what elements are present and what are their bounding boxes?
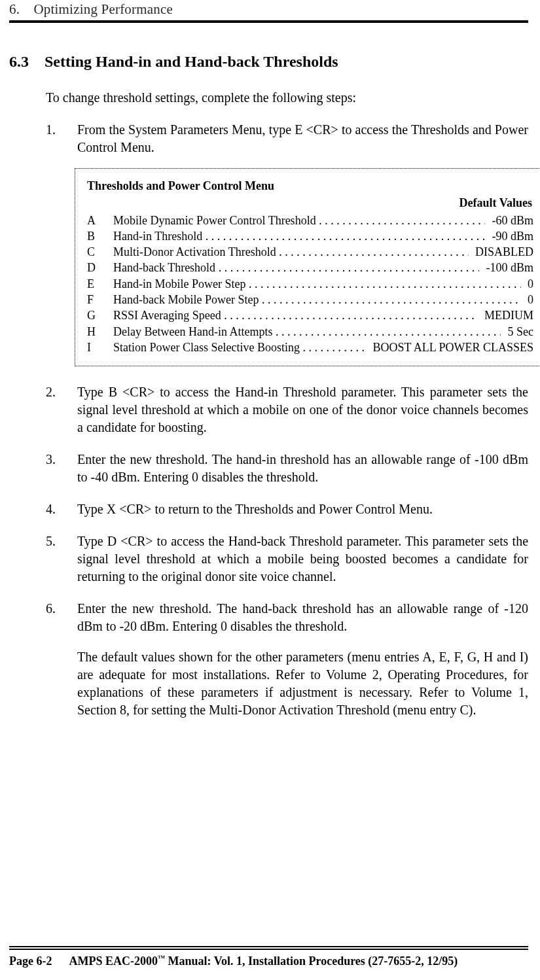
manual-info: Manual: Vol. 1, Installation Procedures … [165, 954, 458, 968]
menu-value: -90 dBm [485, 228, 533, 244]
menu-key: F [87, 292, 113, 307]
menu-row: FHand-back Mobile Power Step 0 [87, 292, 533, 307]
step-text: Enter the new threshold. The hand-back t… [77, 601, 528, 633]
steps-list: From the System Parameters Menu, type E … [46, 121, 528, 635]
dot-leader [219, 260, 479, 275]
trademark-symbol: ™ [158, 954, 165, 962]
command-text: D <CR> [107, 534, 153, 548]
footer-rule [9, 946, 528, 950]
dot-leader [319, 213, 485, 228]
step-4: Type X <CR> to return to the Thresholds … [46, 500, 528, 518]
dot-leader [262, 292, 521, 307]
menu-label: Hand-in Threshold [113, 228, 206, 244]
intro-text: To change threshold settings, complete t… [46, 89, 528, 107]
command-text: B <CR> [109, 385, 155, 399]
menu-key: A [87, 213, 113, 228]
dot-leader [224, 307, 477, 323]
dot-leader [206, 228, 485, 244]
menu-row: IStation Power Class Selective Boosting … [87, 340, 533, 355]
menu-value: -60 dBm [485, 213, 533, 228]
running-header: 6. Optimizing Performance [9, 1, 528, 18]
menu-label: Hand-in Mobile Power Step [113, 276, 249, 292]
chapter-number: 6. [9, 1, 30, 18]
step-1: From the System Parameters Menu, type E … [46, 121, 528, 366]
step-text: Type [77, 502, 107, 516]
menu-box: Thresholds and Power Control Menu Defaul… [75, 168, 540, 366]
section-heading: 6.3 Setting Hand-in and Hand-back Thresh… [9, 53, 528, 71]
menu-row: AMobile Dynamic Power Control Threshold … [87, 213, 533, 228]
menu-key: E [87, 276, 113, 292]
menu-label: Hand-back Threshold [113, 260, 219, 275]
step-text: Type [77, 534, 107, 548]
menu-key: H [87, 324, 113, 340]
manual-name: AMPS EAC-2000 [69, 954, 158, 968]
section-number: 6.3 [9, 53, 41, 71]
menu-row: HDelay Between Hand-in Attempts 5 Sec [87, 324, 533, 340]
step-2: Type B <CR> to access the Hand-in Thresh… [46, 383, 528, 436]
menu-key: B [87, 228, 113, 244]
step-5: Type D <CR> to access the Hand-back Thre… [46, 533, 528, 586]
menu-default-header: Default Values [87, 195, 533, 211]
dot-leader [279, 244, 468, 260]
page-number: Page 6-2 [9, 954, 52, 968]
step-text: to return to the Thresholds and Power Co… [151, 502, 433, 516]
menu-label: Station Power Class Selective Boosting [113, 340, 303, 355]
step-text: From the System Parameters Menu, type [77, 122, 295, 137]
page-footer: Page 6-2 AMPS EAC-2000™ Manual: Vol. 1, … [9, 946, 528, 968]
note-paragraph: The default values shown for the other p… [46, 648, 528, 719]
dot-leader [303, 340, 366, 355]
menu-key: D [87, 260, 113, 275]
step-3: Enter the new threshold. The hand-in thr… [46, 451, 528, 486]
menu-row: CMulti-Donor Activation Threshold DISABL… [87, 244, 533, 260]
step-text: Type [77, 385, 109, 399]
menu-key: G [87, 307, 113, 323]
command-text: E <CR> [295, 122, 338, 137]
menu-label: Delay Between Hand-in Attempts [113, 324, 276, 340]
menu-row: BHand-in Threshold -90 dBm [87, 228, 533, 244]
menu-row: EHand-in Mobile Power Step 0 [87, 276, 533, 292]
menu-label: Hand-back Mobile Power Step [113, 292, 262, 307]
menu-label: RSSI Averaging Speed [113, 307, 224, 323]
menu-row: DHand-back Threshold -100 dBm [87, 260, 533, 275]
header-rule [9, 20, 528, 23]
command-text: X <CR> [107, 502, 152, 516]
menu-key: C [87, 244, 113, 260]
menu-value: 5 Sec [501, 324, 533, 340]
step-6: Enter the new threshold. The hand-back t… [46, 600, 528, 635]
menu-value: MEDIUM [478, 307, 534, 323]
menu-value: 0 [521, 292, 534, 307]
section-title: Setting Hand-in and Hand-back Thresholds [45, 53, 338, 70]
step-text: Enter the new threshold. The hand-in thr… [77, 452, 528, 484]
menu-label: Mobile Dynamic Power Control Threshold [113, 213, 319, 228]
menu-row: GRSSI Averaging Speed MEDIUM [87, 307, 533, 323]
menu-value: BOOST ALL POWER CLASSES [366, 340, 533, 355]
menu-value: DISABLED [469, 244, 534, 260]
menu-key: I [87, 340, 113, 355]
menu-value: 0 [521, 276, 534, 292]
dot-leader [276, 324, 501, 340]
menu-value: -100 dBm [479, 260, 533, 275]
dot-leader [249, 276, 521, 292]
chapter-title: Optimizing Performance [33, 1, 173, 17]
menu-title: Thresholds and Power Control Menu [87, 178, 533, 194]
menu-label: Multi-Donor Activation Threshold [113, 244, 279, 260]
